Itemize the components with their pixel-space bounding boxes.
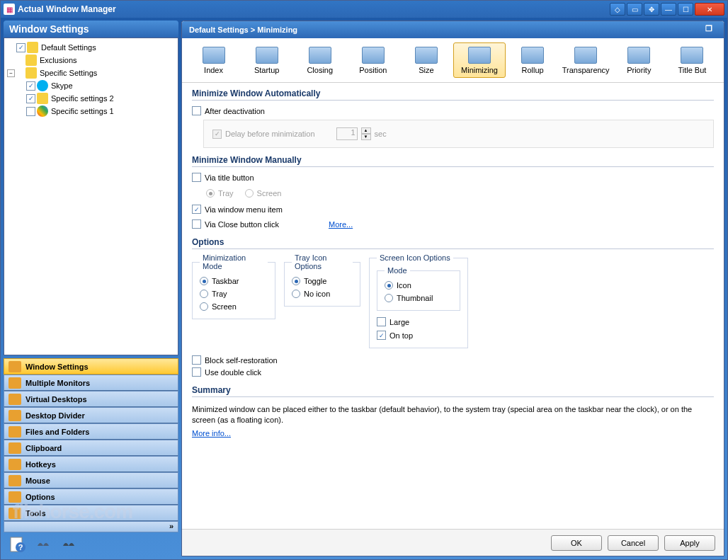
nav-label: Options — [25, 493, 55, 501]
nav-hotkeys[interactable]: Hotkeys — [4, 456, 178, 472]
main-area: Window Settings ✓ Default Settings Exclu… — [1, 18, 727, 559]
checkbox-large[interactable] — [377, 317, 386, 326]
nav-multiple-monitors[interactable]: Multiple Monitors — [4, 375, 178, 391]
checkbox-on-top[interactable]: ✓ — [377, 331, 386, 340]
index-icon — [203, 47, 225, 64]
breadcrumb-text: Default Settings > Minimizing — [189, 25, 297, 34]
nav-label: Desktop Divider — [25, 411, 85, 420]
nav-files-folders[interactable]: Files and Folders — [4, 423, 178, 440]
tree-collapse-icon[interactable]: − — [7, 69, 15, 77]
section-summary: Summary — [192, 385, 714, 397]
fieldset-mode: Mode Icon Thumbnail — [377, 266, 460, 311]
tool-rollup[interactable]: Rollup — [507, 42, 559, 78]
nav-desktop-divider[interactable]: Desktop Divider — [4, 407, 178, 423]
tree-specific-settings[interactable]: − Specific Settings — [7, 67, 175, 79]
position-icon — [362, 47, 385, 64]
extra-button-1[interactable]: ◇ — [610, 3, 625, 16]
tool-closing[interactable]: Closing — [294, 42, 346, 78]
tree-specific-1[interactable]: Specific settings 1 — [7, 105, 175, 118]
folder-icon — [25, 55, 37, 66]
label-block-self: Block self-restoration — [205, 356, 278, 365]
tool-position[interactable]: Position — [347, 42, 399, 78]
tree-checkbox[interactable]: ✓ — [26, 81, 35, 91]
tool-label: Closing — [307, 66, 333, 74]
radio-screen-mode[interactable] — [200, 302, 208, 311]
footer-icon-3[interactable] — [60, 536, 77, 553]
tool-title-buttons[interactable]: Title But — [666, 42, 718, 78]
section-auto-minimize: Minimize Window Automatically — [192, 88, 714, 101]
extra-button-2[interactable]: ▭ — [627, 3, 642, 16]
mouse-icon — [8, 475, 21, 486]
tool-startup[interactable]: Startup — [241, 42, 292, 78]
category-toolbar: Index Startup Closing Position Size Mini… — [182, 38, 724, 83]
tree-exclusions[interactable]: Exclusions — [7, 54, 175, 67]
apply-button[interactable]: Apply — [664, 535, 715, 551]
radio-toggle[interactable] — [292, 277, 300, 285]
tool-priority[interactable]: Priority — [613, 42, 665, 78]
row-title-tray: Tray — [206, 188, 234, 199]
label-thumbnail: Thumbnail — [397, 294, 433, 302]
tree-checkbox[interactable] — [26, 107, 35, 116]
tool-label: Startup — [254, 66, 279, 74]
footer-icon-2[interactable] — [35, 536, 52, 553]
options-icon — [8, 491, 21, 503]
more-info-link[interactable]: More info... — [192, 429, 231, 438]
nav-clipboard[interactable]: Clipboard — [4, 440, 178, 456]
radio-thumbnail[interactable] — [385, 294, 393, 302]
window-icon — [37, 93, 48, 104]
maximize-button[interactable]: ☐ — [678, 3, 693, 16]
nav-label: Tools — [25, 509, 46, 518]
ok-button[interactable]: OK — [551, 535, 602, 551]
tool-minimizing[interactable]: Minimizing — [453, 42, 505, 78]
minimize-button[interactable]: — — [661, 3, 676, 16]
checkbox-after-deactivation[interactable] — [192, 106, 201, 115]
row-use-double: Use double click — [192, 366, 714, 378]
row-thumbnail: Thumbnail — [385, 292, 453, 304]
label-delay: Delay before minimization — [225, 130, 315, 138]
tool-label: Index — [204, 66, 223, 74]
more-link[interactable]: More... — [329, 220, 353, 229]
nav-expand-button[interactable]: » — [4, 521, 178, 532]
checkbox-use-double[interactable] — [192, 367, 201, 377]
left-panel-header: Window Settings — [4, 21, 178, 38]
settings-content: Minimize Window Automatically After deac… — [182, 83, 724, 529]
tool-transparency[interactable]: Transparency — [560, 42, 612, 78]
help-icon[interactable]: ? — [9, 536, 26, 553]
row-title-screen: Screen — [245, 188, 282, 199]
nav-options[interactable]: Options — [4, 488, 178, 505]
tool-index[interactable]: Index — [188, 42, 239, 78]
checkbox-via-menu[interactable]: ✓ — [192, 205, 201, 214]
radio-tray-mode[interactable] — [200, 290, 208, 298]
radio-screen — [245, 189, 254, 198]
nav-window-settings[interactable]: Window Settings — [4, 358, 178, 375]
row-via-close: Via Close button click More... — [192, 215, 714, 230]
tree-spacer — [16, 69, 24, 77]
tree-default-settings[interactable]: ✓ Default Settings — [7, 41, 175, 54]
tool-label: Transparency — [562, 66, 610, 74]
summary-text: Minimized window can be placed either to… — [192, 401, 714, 429]
tree-specific-2[interactable]: ✓ Specific settings 2 — [7, 92, 175, 105]
nav-tools[interactable]: Tools — [4, 505, 178, 521]
nav-mouse[interactable]: Mouse — [4, 472, 178, 488]
tool-label: Title But — [678, 66, 706, 74]
checkbox-via-close[interactable] — [192, 219, 201, 229]
checkbox-block-self[interactable] — [192, 355, 201, 365]
label-large: Large — [389, 318, 409, 326]
closing-icon — [309, 47, 331, 64]
checkbox-via-title[interactable] — [192, 173, 201, 182]
cancel-button[interactable]: Cancel — [608, 535, 659, 551]
tree-skype[interactable]: ✓ Skype — [7, 79, 175, 92]
breadcrumb-action-icon[interactable]: ❐ — [705, 24, 717, 35]
radio-no-icon[interactable] — [292, 290, 300, 298]
close-button[interactable]: ✕ — [695, 3, 724, 16]
tree-checkbox[interactable]: ✓ — [26, 94, 35, 103]
breadcrumb: Default Settings > Minimizing ❐ — [182, 21, 724, 38]
tool-size[interactable]: Size — [400, 42, 452, 78]
radio-icon[interactable] — [385, 281, 393, 290]
extra-button-3[interactable]: ✥ — [644, 3, 659, 16]
nav-list: Window Settings Multiple Monitors Virtua… — [4, 358, 178, 532]
tree-checkbox[interactable]: ✓ — [16, 43, 25, 52]
nav-virtual-desktops[interactable]: Virtual Desktops — [4, 391, 178, 407]
row-tray: Tray — [200, 287, 268, 300]
radio-taskbar[interactable] — [200, 277, 208, 285]
